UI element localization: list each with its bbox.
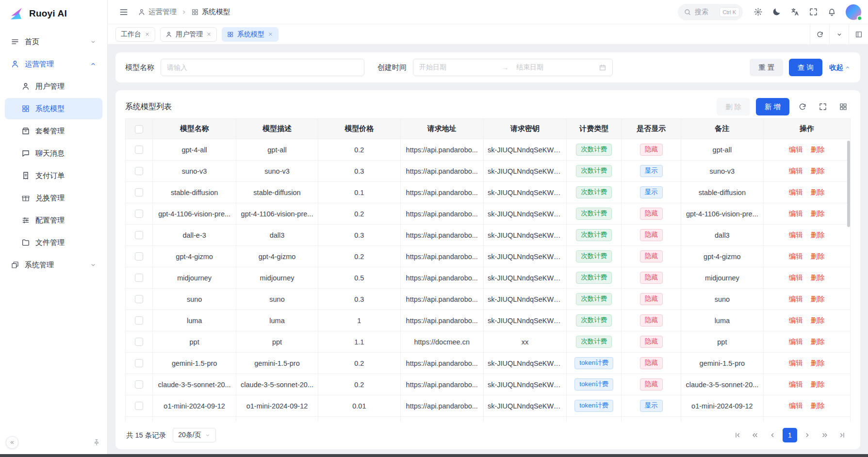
sidebar-item-system-management[interactable]: 系统管理 bbox=[5, 254, 102, 276]
close-icon[interactable] bbox=[268, 32, 273, 37]
row-checkbox[interactable] bbox=[135, 252, 143, 261]
sidebar-item-config-management[interactable]: 配置管理 bbox=[5, 210, 102, 231]
create-time-range-picker[interactable]: 开始日期 → 结束日期 bbox=[413, 59, 613, 76]
delete-link[interactable]: 删除 bbox=[811, 252, 825, 260]
select-all-checkbox[interactable] bbox=[135, 125, 143, 133]
delete-link[interactable]: 删除 bbox=[811, 402, 825, 409]
page-fast-prev-button[interactable] bbox=[748, 428, 762, 442]
user-avatar[interactable] bbox=[846, 4, 861, 20]
row-checkbox[interactable] bbox=[135, 274, 143, 282]
row-checkbox[interactable] bbox=[135, 167, 143, 175]
query-button[interactable]: 查 询 bbox=[789, 59, 822, 76]
sidebar-item-chat-messages[interactable]: 聊天消息 bbox=[5, 143, 102, 164]
sidebar-toggle-button[interactable] bbox=[115, 4, 132, 20]
table-refresh-button[interactable] bbox=[795, 99, 810, 114]
fullscreen-button[interactable] bbox=[805, 4, 821, 20]
delete-link[interactable]: 删除 bbox=[811, 316, 825, 324]
collapse-filter-link[interactable]: 收起 bbox=[829, 63, 851, 72]
row-checkbox[interactable] bbox=[135, 402, 143, 410]
column-header: 操作 bbox=[763, 119, 850, 139]
delete-link[interactable]: 删除 bbox=[811, 231, 825, 239]
app-logo[interactable]: Ruoyi AI bbox=[0, 0, 107, 27]
delete-link[interactable]: 删除 bbox=[811, 359, 825, 367]
edit-link[interactable]: 编辑 bbox=[789, 380, 803, 388]
sidebar-item-file-management[interactable]: 文件管理 bbox=[5, 232, 102, 253]
edit-link[interactable]: 编辑 bbox=[789, 188, 803, 196]
row-checkbox[interactable] bbox=[135, 359, 143, 367]
sidebar-item-payment-orders[interactable]: 支付订单 bbox=[5, 165, 102, 186]
delete-link[interactable]: 删除 bbox=[811, 167, 825, 175]
sidebar-item-package-management[interactable]: 套餐管理 bbox=[5, 120, 102, 142]
page-number-button[interactable]: 1 bbox=[783, 428, 797, 442]
row-checkbox[interactable] bbox=[135, 295, 143, 303]
language-button[interactable] bbox=[786, 4, 803, 20]
sidebar-item-user-management[interactable]: 用户管理 bbox=[5, 76, 102, 97]
column-header: 计费类型 bbox=[567, 119, 622, 139]
tab-user-management[interactable]: 用户管理 bbox=[160, 27, 217, 42]
batch-delete-button[interactable]: 删 除 bbox=[717, 98, 750, 115]
close-icon[interactable] bbox=[145, 32, 150, 37]
sidebar-item-operations-management[interactable]: 运营管理 bbox=[5, 53, 102, 75]
tab-system-model[interactable]: 系统模型 bbox=[222, 27, 278, 42]
edit-link[interactable]: 编辑 bbox=[789, 231, 803, 239]
row-checkbox[interactable] bbox=[135, 231, 143, 239]
tab-workbench[interactable]: 工作台 bbox=[115, 27, 155, 42]
close-icon[interactable] bbox=[206, 32, 212, 37]
global-search[interactable]: 搜索 Ctrl K bbox=[678, 4, 743, 20]
sidebar-item-home[interactable]: 首页 bbox=[5, 31, 102, 52]
delete-link[interactable]: 删除 bbox=[811, 380, 825, 388]
sidebar-item-system-model[interactable]: 系统模型 bbox=[5, 98, 102, 119]
delete-link[interactable]: 删除 bbox=[811, 146, 825, 153]
page-prev-button[interactable] bbox=[765, 428, 780, 442]
scrollbar-thumb[interactable] bbox=[847, 141, 850, 227]
delete-link[interactable]: 删除 bbox=[811, 295, 825, 303]
column-settings-button[interactable] bbox=[836, 99, 851, 114]
billing-type-badge: 次数计费 bbox=[576, 336, 612, 348]
model-name-cell: gpt-4-1106-vision-pre... bbox=[153, 203, 236, 225]
edit-link[interactable]: 编辑 bbox=[789, 359, 803, 367]
page-first-button[interactable] bbox=[730, 428, 745, 442]
row-checkbox[interactable] bbox=[135, 316, 143, 325]
breadcrumb-operations[interactable]: 运营管理 bbox=[138, 7, 177, 16]
edit-link[interactable]: 编辑 bbox=[789, 402, 803, 409]
edit-link[interactable]: 编辑 bbox=[789, 210, 803, 217]
page-fast-next-button[interactable] bbox=[818, 428, 832, 442]
breadcrumb-system-model[interactable]: 系统模型 bbox=[191, 7, 230, 16]
edit-link[interactable]: 编辑 bbox=[789, 295, 803, 303]
delete-link[interactable]: 删除 bbox=[811, 338, 825, 345]
delete-link[interactable]: 删除 bbox=[811, 210, 825, 217]
edit-link[interactable]: 编辑 bbox=[789, 316, 803, 324]
row-checkbox[interactable] bbox=[135, 146, 143, 154]
table-row: midjourneymidjourney0.5https://api.panda… bbox=[126, 267, 851, 289]
edit-link[interactable]: 编辑 bbox=[789, 274, 803, 281]
page-size-select[interactable]: 20条/页 bbox=[173, 428, 215, 442]
edit-link[interactable]: 编辑 bbox=[789, 252, 803, 260]
page-last-button[interactable] bbox=[835, 428, 850, 442]
row-checkbox[interactable] bbox=[135, 188, 143, 196]
edit-link[interactable]: 编辑 bbox=[789, 167, 803, 175]
model-name-input[interactable] bbox=[161, 59, 364, 76]
theme-toggle-button[interactable] bbox=[768, 4, 785, 20]
column-header: 是否显示 bbox=[622, 119, 681, 139]
model-price-cell: 1.1 bbox=[318, 331, 400, 353]
row-checkbox[interactable] bbox=[135, 210, 143, 218]
notifications-button[interactable] bbox=[823, 4, 840, 20]
row-checkbox[interactable] bbox=[135, 338, 143, 346]
delete-link[interactable]: 删除 bbox=[811, 274, 825, 281]
delete-link[interactable]: 删除 bbox=[811, 188, 825, 196]
settings-button[interactable] bbox=[750, 4, 766, 20]
content-fullscreen-button[interactable] bbox=[849, 24, 868, 44]
sidebar-collapse-button[interactable] bbox=[6, 436, 18, 449]
row-checkbox[interactable] bbox=[135, 380, 143, 389]
sidebar-item-redeem-management[interactable]: 兑换管理 bbox=[5, 187, 102, 209]
table-fullscreen-button[interactable] bbox=[816, 99, 830, 114]
sidebar-pin-button[interactable] bbox=[93, 439, 100, 446]
add-button[interactable]: 新 增 bbox=[756, 98, 789, 115]
reset-button[interactable]: 重 置 bbox=[750, 59, 783, 76]
page-next-button[interactable] bbox=[800, 428, 815, 442]
tabs-menu-button[interactable] bbox=[829, 24, 849, 44]
end-date-placeholder: 结束日期 bbox=[516, 63, 599, 72]
edit-link[interactable]: 编辑 bbox=[789, 338, 803, 345]
edit-link[interactable]: 编辑 bbox=[789, 146, 803, 153]
tabs-refresh-button[interactable] bbox=[810, 24, 829, 44]
